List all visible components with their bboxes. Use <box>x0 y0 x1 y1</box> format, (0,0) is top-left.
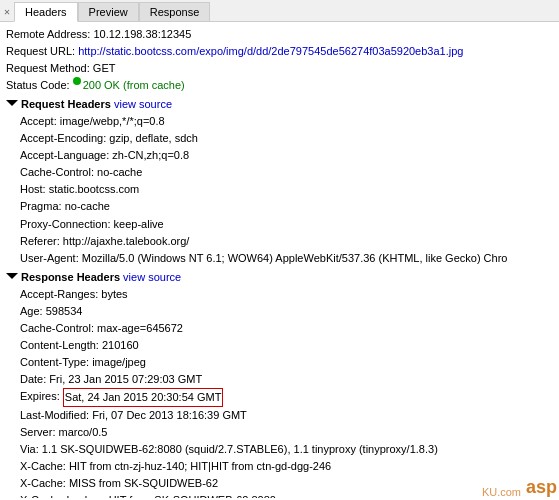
req-header-value: image/webp,*/*;q=0.8 <box>60 113 165 130</box>
close-icon[interactable]: ✕ <box>4 6 10 18</box>
tab-response[interactable]: Response <box>139 2 211 21</box>
tab-headers[interactable]: Headers <box>14 2 78 22</box>
req-header-value: gzip, deflate, sdch <box>109 130 198 147</box>
response-headers-section[interactable]: Response Headers view source <box>6 269 553 286</box>
req-header-label: Referer: <box>20 233 60 250</box>
response-header-row: X-Cache-Lookup: HIT from SK-SQUIDWEB-62:… <box>20 492 553 498</box>
request-url-value[interactable]: http://static.bootcss.com/expo/img/d/dd/… <box>78 43 463 60</box>
remote-address-row: Remote Address: 10.12.198.38:12345 <box>6 26 553 43</box>
response-header-row: Expires: Sat, 24 Jan 2015 20:30:54 GMT <box>20 388 553 407</box>
response-headers-content: Accept-Ranges: bytesAge: 598534Cache-Con… <box>6 286 553 498</box>
req-header-value: no-cache <box>65 198 110 215</box>
req-header-label: Accept-Language: <box>20 147 109 164</box>
request-header-row: User-Agent: Mozilla/5.0 (Windows NT 6.1;… <box>20 250 553 267</box>
request-header-row: Proxy-Connection: keep-alive <box>20 216 553 233</box>
res-header-value: Fri, 07 Dec 2013 18:16:39 GMT <box>92 407 247 424</box>
res-header-label: Content-Type: <box>20 354 89 371</box>
response-header-row: Last-Modified: Fri, 07 Dec 2013 18:16:39… <box>20 407 553 424</box>
req-header-value: Mozilla/5.0 (Windows NT 6.1; WOW64) Appl… <box>82 250 508 267</box>
req-header-label: Pragma: <box>20 198 62 215</box>
res-header-label: Via: <box>20 441 39 458</box>
response-header-row: Cache-Control: max-age=645672 <box>20 320 553 337</box>
request-header-row: Accept-Language: zh-CN,zh;q=0.8 <box>20 147 553 164</box>
req-header-label: User-Agent: <box>20 250 79 267</box>
content-panel: Remote Address: 10.12.198.38:12345 Reque… <box>0 22 559 498</box>
request-method-row: Request Method: GET <box>6 60 553 77</box>
res-header-value: max-age=645672 <box>97 320 183 337</box>
request-headers-section[interactable]: Request Headers view source <box>6 96 553 113</box>
res-header-value: HIT from SK-SQUIDWEB-62:8080 <box>109 492 276 498</box>
request-header-row: Host: static.bootcss.com <box>20 181 553 198</box>
status-code-label: Status Code: <box>6 77 70 94</box>
res-header-value: 1.1 SK-SQUIDWEB-62:8080 (squid/2.7.STABL… <box>42 441 438 458</box>
res-header-label: Cache-Control: <box>20 320 94 337</box>
res-header-label: Last-Modified: <box>20 407 89 424</box>
res-header-value: HIT from ctn-zj-huz-140; HIT|HIT from ct… <box>69 458 331 475</box>
request-method-value: GET <box>93 60 116 77</box>
tab-bar: ✕ Headers Preview Response <box>0 0 559 22</box>
request-method-label: Request Method: <box>6 60 90 77</box>
req-header-label: Accept-Encoding: <box>20 130 106 147</box>
response-header-row: Date: Fri, 23 Jan 2015 07:29:03 GMT <box>20 371 553 388</box>
response-header-row: Content-Length: 210160 <box>20 337 553 354</box>
req-header-label: Accept: <box>20 113 57 130</box>
response-header-row: Content-Type: image/jpeg <box>20 354 553 371</box>
res-header-label: Server: <box>20 424 55 441</box>
req-header-value: http://ajaxhe.talebook.org/ <box>63 233 190 250</box>
req-header-value: keep-alive <box>114 216 164 233</box>
res-header-label: Expires: <box>20 388 60 407</box>
res-header-value: MISS from SK-SQUIDWEB-62 <box>69 475 218 492</box>
res-header-label: Accept-Ranges: <box>20 286 98 303</box>
res-header-value: 598534 <box>46 303 83 320</box>
tab-preview[interactable]: Preview <box>78 2 139 21</box>
req-header-value: zh-CN,zh;q=0.8 <box>112 147 189 164</box>
response-header-row: Via: 1.1 SK-SQUIDWEB-62:8080 (squid/2.7.… <box>20 441 553 458</box>
req-header-label: Host: <box>20 181 46 198</box>
res-header-label: X-Cache: <box>20 458 66 475</box>
res-header-label: Age: <box>20 303 43 320</box>
status-code-value: 200 OK (from cache) <box>83 77 185 94</box>
res-header-value: marco/0.5 <box>59 424 108 441</box>
response-header-row: Accept-Ranges: bytes <box>20 286 553 303</box>
request-headers-view-source-link[interactable]: view source <box>114 96 172 113</box>
res-header-value: 210160 <box>102 337 139 354</box>
req-header-value: static.bootcss.com <box>49 181 139 198</box>
request-header-row: Referer: http://ajaxhe.talebook.org/ <box>20 233 553 250</box>
request-header-row: Accept: image/webp,*/*;q=0.8 <box>20 113 553 130</box>
status-code-row: Status Code: 200 OK (from cache) <box>6 77 553 94</box>
response-headers-title: Response Headers <box>21 269 120 286</box>
res-header-value: image/jpeg <box>92 354 146 371</box>
response-headers-view-source-link[interactable]: view source <box>123 269 181 286</box>
response-header-row: X-Cache: MISS from SK-SQUIDWEB-62 <box>20 475 553 492</box>
remote-address-label: Remote Address: <box>6 26 90 43</box>
req-header-value: no-cache <box>97 164 142 181</box>
request-headers-content: Accept: image/webp,*/*;q=0.8Accept-Encod… <box>6 113 553 266</box>
status-dot-icon <box>73 77 81 85</box>
res-header-label: X-Cache: <box>20 475 66 492</box>
req-header-label: Proxy-Connection: <box>20 216 111 233</box>
res-header-value: Sat, 24 Jan 2015 20:30:54 GMT <box>63 388 224 407</box>
request-headers-toggle-icon[interactable] <box>6 100 18 110</box>
response-headers-toggle-icon[interactable] <box>6 273 18 283</box>
res-header-label: Date: <box>20 371 46 388</box>
res-header-label: Content-Length: <box>20 337 99 354</box>
request-headers-title: Request Headers <box>21 96 111 113</box>
response-header-row: Server: marco/0.5 <box>20 424 553 441</box>
req-header-label: Cache-Control: <box>20 164 94 181</box>
request-url-label: Request URL: <box>6 43 75 60</box>
response-header-row: X-Cache: HIT from ctn-zj-huz-140; HIT|HI… <box>20 458 553 475</box>
res-header-value: bytes <box>101 286 127 303</box>
res-header-value: Fri, 23 Jan 2015 07:29:03 GMT <box>49 371 202 388</box>
remote-address-value: 10.12.198.38:12345 <box>93 26 191 43</box>
response-header-row: Age: 598534 <box>20 303 553 320</box>
request-header-row: Pragma: no-cache <box>20 198 553 215</box>
request-header-row: Accept-Encoding: gzip, deflate, sdch <box>20 130 553 147</box>
request-url-row: Request URL: http://static.bootcss.com/e… <box>6 43 553 60</box>
request-header-row: Cache-Control: no-cache <box>20 164 553 181</box>
res-header-label: X-Cache-Lookup: <box>20 492 106 498</box>
